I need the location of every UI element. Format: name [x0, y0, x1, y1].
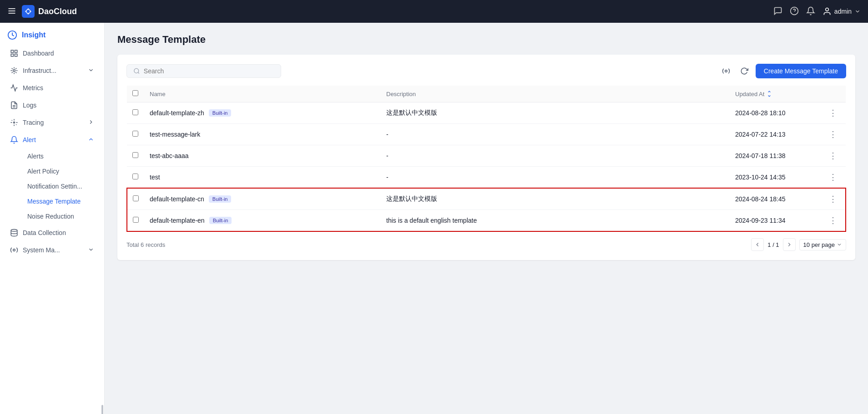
- row-actions-cell: ⋮: [821, 124, 846, 145]
- sidebar-item-logs[interactable]: Logs: [3, 97, 101, 113]
- select-all-checkbox[interactable]: [132, 90, 138, 96]
- pagination-controls: 1 / 1 10 per page: [751, 238, 846, 251]
- row-description-cell: 这是默认中文模版: [381, 102, 730, 124]
- table-row: test-abc-aaaa - 2024-07-18 11:38 ⋮: [127, 145, 846, 167]
- row-description-cell: -: [381, 145, 730, 167]
- page-indicator: 1 / 1: [767, 241, 779, 248]
- sidebar-insight-header: Insight: [0, 23, 104, 45]
- chevron-down-icon-system: [88, 246, 94, 253]
- row-more-button[interactable]: ⋮: [826, 151, 840, 161]
- row-checkbox-cell: [127, 167, 144, 189]
- table-row: default-template-cn Built-in 这是默认中文模版 20…: [127, 188, 846, 210]
- row-updated-at-cell: 2023-10-24 14:35: [730, 167, 821, 189]
- row-checkbox[interactable]: [132, 152, 138, 158]
- username-label: admin: [834, 8, 852, 15]
- search-icon: [133, 67, 140, 75]
- row-checkbox[interactable]: [133, 195, 139, 201]
- next-page-button[interactable]: [783, 238, 796, 251]
- sidebar-item-alert[interactable]: Alert: [3, 132, 101, 148]
- noise-reduction-label: Noise Reduction: [27, 213, 74, 220]
- gear-icon: [722, 67, 730, 75]
- row-updated-at-cell: 2024-09-23 11:34: [730, 210, 821, 232]
- app-name: DaoCloud: [38, 7, 77, 16]
- template-name: default-template-en: [150, 217, 205, 224]
- sidebar-item-infrastruct[interactable]: Infrastruct...: [3, 62, 101, 79]
- row-checkbox-cell: [127, 145, 144, 167]
- row-checkbox[interactable]: [132, 174, 138, 179]
- row-checkbox[interactable]: [133, 217, 139, 223]
- sidebar: Insight Dashboard Infrastruct...: [0, 23, 105, 414]
- chevron-down-icon: [88, 67, 94, 73]
- row-actions-cell: ⋮: [821, 210, 846, 232]
- row-more-button[interactable]: ⋮: [826, 129, 840, 139]
- row-checkbox-cell: [127, 124, 144, 145]
- row-more-button[interactable]: ⋮: [826, 108, 840, 118]
- sidebar-item-notification-settings[interactable]: Notification Settin...: [22, 179, 101, 194]
- prev-page-button[interactable]: [751, 238, 764, 251]
- table-row: test - 2023-10-24 14:35 ⋮: [127, 167, 846, 189]
- row-checkbox[interactable]: [132, 131, 138, 137]
- refresh-button[interactable]: [737, 64, 751, 78]
- main-layout: Insight Dashboard Infrastruct...: [0, 23, 868, 414]
- svg-point-16: [14, 122, 15, 123]
- row-checkbox-cell: [127, 210, 144, 232]
- row-description-cell: -: [381, 167, 730, 189]
- row-more-button[interactable]: ⋮: [826, 172, 840, 182]
- row-more-button[interactable]: ⋮: [826, 194, 840, 204]
- hamburger-button[interactable]: [7, 6, 16, 17]
- builtin-badge: Built-in: [209, 195, 232, 203]
- per-page-label: 10 per page: [803, 241, 835, 248]
- app-logo: DaoCloud: [22, 5, 773, 18]
- create-message-template-button[interactable]: Create Message Template: [756, 64, 846, 78]
- notification-icon[interactable]: [806, 6, 815, 17]
- sidebar-item-alert-policy[interactable]: Alert Policy: [22, 164, 101, 179]
- builtin-badge: Built-in: [209, 109, 232, 117]
- sidebar-item-message-template[interactable]: Message Template: [22, 194, 101, 209]
- svg-line-20: [138, 72, 139, 74]
- content-card: Create Message Template Name Description: [117, 55, 855, 260]
- sidebar-item-data-collection[interactable]: Data Collection: [3, 225, 101, 241]
- table-body: default-template-zh Built-in 这是默认中文模版 20…: [127, 102, 846, 232]
- per-page-selector[interactable]: 10 per page: [799, 239, 846, 250]
- row-name-cell: default-template-zh Built-in: [144, 102, 381, 124]
- metrics-icon: [10, 84, 18, 92]
- system-icon: [10, 246, 18, 254]
- top-navbar: DaoCloud admin: [0, 0, 868, 23]
- message-template-table: Name Description Updated At: [126, 86, 846, 232]
- table-row: test-message-lark - 2024-07-22 14:13 ⋮: [127, 124, 846, 145]
- table-row: default-template-en Built-in this is a d…: [127, 210, 846, 232]
- svg-point-4: [27, 10, 30, 13]
- user-menu[interactable]: admin: [823, 7, 861, 16]
- svg-point-7: [826, 8, 829, 11]
- scroll-indicator: [101, 405, 103, 414]
- row-checkbox-cell: [127, 188, 144, 210]
- search-input[interactable]: [144, 67, 274, 75]
- row-description-cell: this is a default english template: [381, 210, 730, 232]
- message-template-label: Message Template: [27, 198, 81, 205]
- settings-button[interactable]: [719, 64, 733, 78]
- row-name-cell: default-template-en Built-in: [144, 210, 381, 232]
- sidebar-item-noise-reduction[interactable]: Noise Reduction: [22, 209, 101, 224]
- col-header-description: Description: [381, 86, 730, 102]
- template-name: test-message-lark: [150, 131, 200, 138]
- col-header-updated-at: Updated At: [730, 86, 821, 102]
- row-actions-cell: ⋮: [821, 102, 846, 124]
- row-updated-at-cell: 2024-08-24 18:45: [730, 188, 821, 210]
- dashboard-icon: [10, 49, 18, 57]
- chat-icon[interactable]: [773, 6, 782, 17]
- help-icon[interactable]: [790, 6, 799, 17]
- total-records-label: Total 6 records: [126, 241, 165, 248]
- row-more-button[interactable]: ⋮: [826, 215, 840, 225]
- sidebar-item-dashboard[interactable]: Dashboard: [3, 45, 101, 61]
- sidebar-item-system-ma[interactable]: System Ma...: [3, 242, 101, 258]
- template-name: test: [150, 174, 160, 181]
- infrastruct-label: Infrastruct...: [23, 67, 56, 74]
- row-description-cell: -: [381, 124, 730, 145]
- sort-icon[interactable]: [766, 91, 772, 97]
- sidebar-item-metrics[interactable]: Metrics: [3, 80, 101, 96]
- row-checkbox[interactable]: [132, 109, 138, 115]
- search-box: [126, 64, 281, 78]
- page-title: Message Template: [117, 34, 855, 46]
- sidebar-item-alerts[interactable]: Alerts: [22, 149, 101, 164]
- sidebar-item-tracing[interactable]: Tracing: [3, 114, 101, 131]
